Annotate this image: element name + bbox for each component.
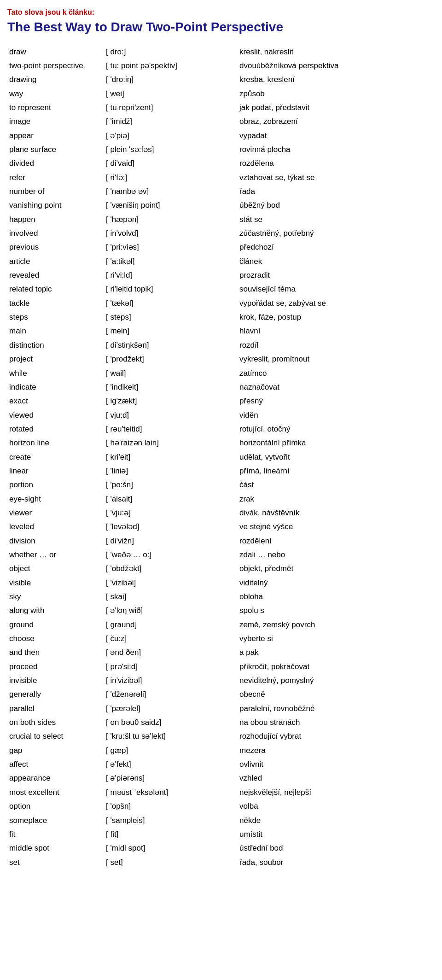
translation-cell: řada — [238, 185, 435, 198]
table-row: vanishing point[ 'vænišiŋ point]úběžný b… — [7, 198, 435, 212]
translation-cell: přímá, lineární — [238, 464, 435, 478]
table-row: create[ kri'eit]udělat, vytvořit — [7, 450, 435, 464]
table-row: to represent[ tu repri'zent]jak podat, p… — [7, 101, 435, 115]
phonetic-cell: [ 'aisait] — [104, 492, 238, 506]
phonetic-cell: [ wail] — [104, 367, 238, 380]
translation-cell: viditelný — [238, 576, 435, 590]
table-row: set[ set]řada, soubor — [7, 856, 435, 869]
word-cell: drawing — [7, 73, 104, 87]
table-row: eye-sight[ 'aisait]zrak — [7, 492, 435, 506]
phonetic-cell: [ ə'piə] — [104, 129, 238, 143]
table-row: whether … or[ 'weðə … o:]zdali … nebo — [7, 548, 435, 562]
table-row: previous[ 'pri:viəs]předchozí — [7, 240, 435, 254]
translation-cell: jak podat, představit — [238, 101, 435, 115]
translation-cell: obraz, zobrazení — [238, 115, 435, 128]
word-cell: image — [7, 115, 104, 128]
table-row: affect[ ə'fekt]ovlivnit — [7, 758, 435, 771]
phonetic-cell: [ mein] — [104, 324, 238, 338]
translation-cell: přesný — [238, 394, 435, 408]
phonetic-cell: [ 'po:šn] — [104, 478, 238, 492]
translation-cell: krok, fáze, postup — [238, 310, 435, 324]
translation-cell: zdali … nebo — [238, 548, 435, 562]
phonetic-cell: [ 'indikeit] — [104, 380, 238, 394]
table-row: article[ 'a:tikəl]článek — [7, 255, 435, 268]
phonetic-cell: [ 'weðə … o:] — [104, 548, 238, 562]
word-cell: proceed — [7, 660, 104, 674]
translation-cell: úběžný bod — [238, 198, 435, 212]
table-row: invisible[ in'vizibəl]neviditelný, pomys… — [7, 674, 435, 688]
word-cell: while — [7, 367, 104, 380]
word-cell: article — [7, 255, 104, 268]
translation-cell: rozdělení — [238, 534, 435, 548]
phonetic-cell: [ ə'loŋ wið] — [104, 604, 238, 618]
table-row: rotated[ rəu'teitid]rotující, otočný — [7, 422, 435, 436]
word-cell: main — [7, 324, 104, 338]
translation-cell: rozdělena — [238, 157, 435, 170]
phonetic-cell: [ ri'leitid topik] — [104, 282, 238, 296]
translation-cell: objekt, předmět — [238, 562, 435, 576]
table-row: crucial to select[ 'kru:šl tu sə'lekt]ro… — [7, 729, 435, 743]
phonetic-cell: [ rəu'teitid] — [104, 422, 238, 436]
phonetic-cell: [ plein 'sə:fəs] — [104, 143, 238, 157]
word-cell: related topic — [7, 282, 104, 296]
table-row: way[ wei]způsob — [7, 87, 435, 101]
phonetic-cell: [ ču:z] — [104, 632, 238, 646]
translation-cell: ústřední bod — [238, 841, 435, 855]
phonetic-cell: [ tu repri'zent] — [104, 101, 238, 115]
table-row: generally[ 'dženərəli]obecně — [7, 688, 435, 701]
table-row: number of[ 'nambə əv]řada — [7, 185, 435, 198]
phonetic-cell: [ ri'vi:ld] — [104, 268, 238, 282]
word-cell: on both sides — [7, 716, 104, 729]
phonetic-cell: [ 'levələd] — [104, 520, 238, 534]
table-row: appear[ ə'piə]vypadat — [7, 129, 435, 143]
word-cell: number of — [7, 185, 104, 198]
word-cell: steps — [7, 310, 104, 324]
phonetic-cell: [ steps] — [104, 310, 238, 324]
table-row: refer[ ri'fə:]vztahovat se, týkat se — [7, 171, 435, 185]
table-row: ground[ graund]země, zemský povrch — [7, 618, 435, 632]
translation-cell: článek — [238, 255, 435, 268]
translation-cell: kresba, kreslení — [238, 73, 435, 87]
table-row: parallel[ 'pærəlel]paralelní, rovnoběžné — [7, 702, 435, 716]
translation-cell: nejskvělejší, nejlepší — [238, 786, 435, 799]
table-row: tackle[ 'tækəl]vypořádat se, zabývat se — [7, 297, 435, 310]
translation-cell: volba — [238, 799, 435, 813]
translation-cell: divák, návštěvník — [238, 506, 435, 520]
translation-cell: řada, soubor — [238, 856, 435, 869]
translation-cell: viděn — [238, 408, 435, 422]
phonetic-cell: [ 'liniə] — [104, 464, 238, 478]
phonetic-cell: [ 'opšn] — [104, 799, 238, 813]
translation-cell: vykreslit, promítnout — [238, 352, 435, 366]
word-cell: parallel — [7, 702, 104, 716]
word-cell: and then — [7, 646, 104, 659]
phonetic-cell: [ di'vižn] — [104, 534, 238, 548]
phonetic-cell: [ 'sampleis] — [104, 814, 238, 828]
word-cell: someplace — [7, 814, 104, 828]
phonetic-cell: [ 'vænišiŋ point] — [104, 198, 238, 212]
word-cell: distinction — [7, 338, 104, 352]
table-row: sky[ skai]obloha — [7, 590, 435, 604]
phonetic-cell: [ fit] — [104, 828, 238, 841]
phonetic-cell: [ 'nambə əv] — [104, 185, 238, 198]
table-row: viewer[ 'vju:ə]divák, návštěvník — [7, 506, 435, 520]
word-cell: gap — [7, 744, 104, 758]
word-cell: visible — [7, 576, 104, 590]
phonetic-cell: [ graund] — [104, 618, 238, 632]
word-cell: divided — [7, 157, 104, 170]
translation-cell: vypořádat se, zabývat se — [238, 297, 435, 310]
translation-cell: udělat, vytvořit — [238, 450, 435, 464]
table-row: exact[ ig'zækt]přesný — [7, 394, 435, 408]
phonetic-cell: [ 'vizibəl] — [104, 576, 238, 590]
word-cell: create — [7, 450, 104, 464]
word-cell: plane surface — [7, 143, 104, 157]
word-cell: invisible — [7, 674, 104, 688]
translation-cell: související téma — [238, 282, 435, 296]
translation-cell: přikročit, pokračovat — [238, 660, 435, 674]
word-cell: middle spot — [7, 841, 104, 855]
vocab-table: draw[ dro:]kreslit, nakreslittwo-point p… — [7, 45, 435, 869]
word-cell: previous — [7, 240, 104, 254]
phonetic-cell: [ 'a:tikəl] — [104, 255, 238, 268]
word-cell: whether … or — [7, 548, 104, 562]
word-cell: appearance — [7, 771, 104, 785]
translation-cell: zúčastněný, potřebný — [238, 227, 435, 240]
